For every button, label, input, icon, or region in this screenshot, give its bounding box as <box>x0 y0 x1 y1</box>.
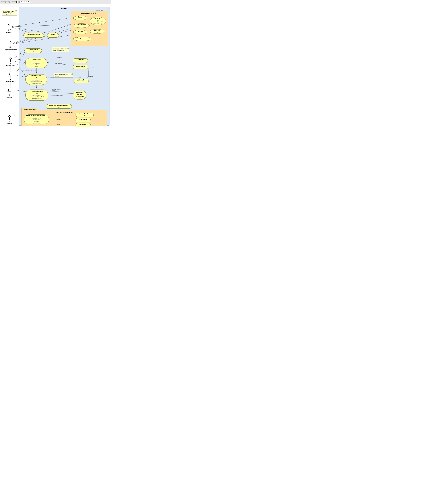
usecase-changepassword[interactable]: ChangePassword ⊳ <box>73 37 91 41</box>
user-mgmt-top-pkg: UserManagement ⊳ Login ⊳ Sign Up ⊳ {tran… <box>71 11 108 46</box>
actor-reg-visitors-figure <box>10 41 12 48</box>
user-mgmt-bottom-title: UserManagement ⊳ <box>21 110 107 114</box>
actor-admins-figure <box>8 115 11 122</box>
actor-head <box>10 41 12 43</box>
note-physicians: Only physicians can enter health related… <box>52 47 70 52</box>
usecase-listpatientnames[interactable]: ListPatientNames extension points access… <box>25 90 48 101</box>
usecase-home[interactable]: Home <box>47 33 59 37</box>
actor-physicians: Phsysicians <box>6 73 14 82</box>
actor-legs <box>9 94 10 96</box>
tab-label: Requirements <box>20 1 29 3</box>
actor-body <box>10 75 10 78</box>
actor-body <box>10 59 11 62</box>
actor-head <box>8 115 11 117</box>
actor-receptionists-label: Receptionists <box>6 65 15 66</box>
boundary-icon-listpatients <box>36 92 37 94</box>
usecase-edituser[interactable]: EditUser ⊳ <box>90 29 105 34</box>
actor-phys-figure <box>9 73 11 80</box>
usecase-logout[interactable]: Logout ⊳ <box>73 30 87 34</box>
usecase-changeuserroles[interactable]: ChangeUserRoles ⊳ <box>75 113 94 117</box>
actor-arms <box>8 118 11 118</box>
diagram-area: HospInfo ⚙ {transferType = "cif"} Defaul… <box>0 4 111 127</box>
actor-physicians-label: Phsysicians <box>6 81 14 82</box>
package-keyword: package <box>1 1 7 3</box>
actor-body <box>9 117 10 120</box>
extend-label-deleteuser: «extend» <box>56 119 61 120</box>
usecase-editpatient[interactable]: EditPatient ⊳ <box>73 58 88 63</box>
actor-leg-right <box>11 62 11 64</box>
actor-legs <box>10 62 11 64</box>
requirements-tab[interactable]: 📋 Requirements <box>17 0 30 3</box>
bracket-close: ] <box>31 1 31 3</box>
usecase-deletepatient[interactable]: DeletePatient ⊳ <box>73 65 88 69</box>
usecase-login[interactable]: Login ⊳ <box>73 16 87 20</box>
boundary-icon <box>33 36 35 37</box>
tab-icon: 📋 <box>18 1 20 3</box>
gear-icon: ⚙ <box>107 7 109 10</box>
note-visitors: Default user for the "Visitors" role is … <box>2 10 17 16</box>
usecase-searchpatients[interactable]: SearchPatients ⊳ extension points result… <box>25 74 47 85</box>
actor-arms <box>9 44 13 44</box>
actor-rec-figure <box>10 57 12 64</box>
actor-leg-right <box>9 29 10 31</box>
actor-nurses: Nurses <box>7 89 12 98</box>
actor-head <box>8 89 10 91</box>
usecase-deleteuser-bottom[interactable]: DeleteUser ⊳ <box>75 118 91 122</box>
boundary-icon-showown <box>58 107 60 108</box>
actor-head <box>9 73 11 75</box>
usecase-changeward[interactable]: ChangeWard ⊳ <box>75 123 91 127</box>
usecase-showotherregistered[interactable]: ShowOtherRegisteredUsers ⊳ extension poi… <box>24 114 49 125</box>
actor-visitors: Visitors <box>6 24 11 34</box>
extend-label-changeward: «extend» <box>56 124 61 125</box>
actor-head <box>10 57 12 59</box>
top-bar: package Requirements [ 📋 Requirements ] <box>0 0 111 4</box>
actor-arms <box>7 91 11 92</box>
actor-visitors-label: Visitors <box>6 32 11 34</box>
actor-visitors-figure <box>8 24 10 31</box>
usecase-lostpassword[interactable]: LostPassword ⊳ <box>73 23 90 28</box>
pkg-arrow-bottom: ⊳ <box>71 111 72 113</box>
actor-reg-visitors-label: RegisteredVisitors <box>5 49 17 51</box>
extend-label-changeuserroles: «extend» <box>56 113 61 115</box>
actor-legs <box>9 120 10 122</box>
actor-leg-right <box>9 94 10 96</box>
usecase-signup[interactable]: Sign Up ⊳ {transferType = "cif,except CA… <box>90 17 106 25</box>
actor-leg-right <box>10 78 11 80</box>
note-logs: Store logs for retention period <box>54 73 73 77</box>
actor-body <box>11 43 11 46</box>
requirements-label: Requirements [ <box>7 1 17 3</box>
actor-head <box>8 24 10 26</box>
actor-nurses-figure <box>8 89 10 96</box>
usecase-showotherpatient[interactable]: ShowOtherPatientInformation <box>73 91 87 100</box>
page-container: package Requirements [ 📋 Requirements ] … <box>0 0 111 127</box>
actor-nurses-label: Nurses <box>7 96 12 98</box>
user-mgmt-top-title: UserManagement ⊳ <box>71 11 108 15</box>
usecase-createpatient[interactable]: CreatePatient ⊳ <box>25 48 42 53</box>
actor-admins: Admins <box>7 115 12 125</box>
usecase-generalinfo[interactable]: GeneralInformation <box>23 33 44 37</box>
actor-legs <box>10 78 11 80</box>
usecase-showownpatient[interactable]: ShowOwnPatientInformation <box>46 104 72 109</box>
usecase-showpatients[interactable]: ShowPatients extension points editdelete <box>25 58 47 68</box>
usecase-writelogfile[interactable]: WriteLogfile ⊳ <box>73 79 89 83</box>
actor-arms <box>9 76 12 76</box>
actor-registered-visitors: RegisteredVisitors <box>5 41 17 51</box>
actor-body <box>9 26 9 29</box>
pkg-arrow: ⊳ <box>97 12 98 14</box>
actor-legs <box>10 46 12 48</box>
pkg-tab-bottom: UserManagement <box>21 108 37 110</box>
actor-leg-right <box>9 120 10 122</box>
actor-admins-label: Admins <box>7 123 12 125</box>
boundary-icon-showother <box>79 97 80 98</box>
actor-legs <box>8 29 10 31</box>
actor-arms <box>7 27 11 27</box>
actor-body <box>9 91 9 94</box>
boundary-icon-showpatients <box>36 61 37 62</box>
user-mgmt-bottom-pkg: UserManagement UserManagement ⊳ ShowOthe… <box>21 110 107 126</box>
boundary-icon <box>53 36 54 37</box>
actor-leg-right <box>11 46 12 48</box>
actor-receptionists: Receptionists <box>6 57 15 66</box>
